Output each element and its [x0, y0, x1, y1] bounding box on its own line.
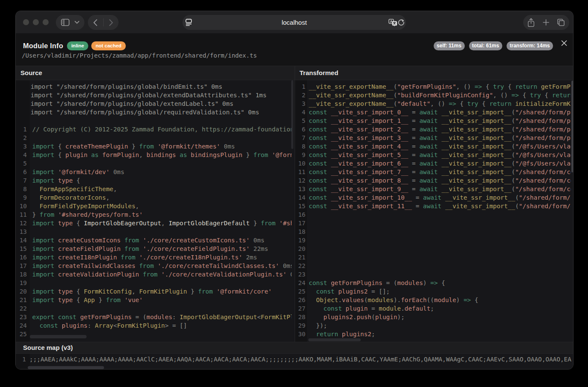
code-line: import "/shared/form/plugins/global/exte… — [16, 99, 292, 108]
code-line: 10const __vite_ssr_import_6__ = await __… — [295, 159, 571, 168]
code-line: 22 — [295, 262, 571, 270]
code-line: 16 — [295, 210, 571, 219]
transformed-horizontal-scrollbar[interactable] — [308, 338, 361, 341]
tab-overview-icon[interactable] — [557, 19, 565, 26]
code-line: 29 }); — [295, 321, 571, 330]
minimize-window-button[interactable] — [33, 19, 39, 25]
self-time-badge: self: 11ms — [434, 41, 465, 50]
inline-badge: inline — [67, 41, 88, 50]
sidebar-toggle-group — [56, 15, 84, 30]
back-icon[interactable] — [93, 19, 97, 26]
code-line: 1// Copyright (C) 2012-2025 Zammad Found… — [16, 125, 292, 134]
transformed-panel: Transformed 1__vite_ssr_exportName__("ge… — [295, 66, 574, 342]
code-line: 27 const plugin = module.default; — [295, 304, 571, 313]
nav-divider — [103, 18, 104, 26]
code-line: 17 — [295, 219, 571, 227]
zoom-window-button[interactable] — [43, 19, 49, 25]
code-line: 8 FormAppSpecificTheme, — [16, 185, 292, 193]
sourcemap-horizontal-scrollbar[interactable] — [28, 366, 104, 369]
code-line: 21import type { App } from 'vue' — [16, 296, 292, 304]
code-line: import "/shared/form/plugins/global/bind… — [16, 82, 292, 91]
code-line: 30 return plugins2; — [295, 330, 571, 338]
code-line: 3__vite_ssr_exportName__("default", () =… — [295, 99, 571, 108]
code-line: 15import createFieldPlugin from './core/… — [16, 244, 292, 253]
code-line: 24const getFormPlugins = (modules) => { — [295, 279, 571, 287]
code-line: 18import createValidationPlugin from './… — [16, 270, 292, 279]
code-line: 16import createI18nPlugin from './core/c… — [16, 253, 292, 262]
sidebar-icon[interactable] — [61, 19, 70, 26]
navigation-buttons — [88, 15, 119, 30]
sourcemap-line: 1 ;;;AAEA;AAAkC;AAAA;AAAA;AAAA;AAClC;AAE… — [16, 355, 573, 364]
code-line: 24 const plugins: Array<FormKitPlugin> =… — [16, 321, 292, 330]
code-line: 3import { createThemePlugin } from '@for… — [16, 142, 292, 151]
transformed-panel-title: Transformed — [295, 66, 574, 80]
desktop-background: localhost — [0, 0, 588, 387]
address-bar[interactable]: localhost — [182, 15, 406, 30]
transformed-code[interactable]: 1__vite_ssr_exportName__("getFormPlugins… — [295, 80, 571, 342]
code-line: 13const __vite_ssr_import_9__ = await __… — [295, 185, 571, 193]
browser-window: localhost — [15, 11, 574, 370]
code-panels: Source import "/shared/form/plugins/glob… — [16, 66, 573, 342]
code-line: 1__vite_ssr_exportName__("getFormPlugins… — [295, 82, 571, 91]
code-line: 11} from '#shared/types/form.ts' — [16, 210, 292, 219]
code-line: 12const __vite_ssr_import_8__ = await __… — [295, 176, 571, 185]
window-controls — [23, 19, 48, 25]
toolbar-actions — [523, 15, 569, 30]
code-line: 7import type { — [16, 176, 292, 185]
new-tab-icon[interactable] — [543, 19, 549, 26]
code-line: 2 — [16, 134, 292, 142]
browser-toolbar: localhost — [16, 11, 573, 33]
code-line: 20 — [295, 244, 571, 253]
code-line: 6import '@formkit/dev' 0ms — [16, 168, 292, 176]
code-line: 8const __vite_ssr_import_4__ = await __v… — [295, 142, 571, 151]
code-line: 15const __vite_ssr_import_11__ = await _… — [295, 202, 571, 210]
close-icon[interactable] — [561, 40, 567, 46]
code-line: 4import { plugin as formPlugin, bindings… — [16, 151, 292, 159]
source-panel-title: Source — [16, 66, 295, 80]
share-icon[interactable] — [528, 18, 534, 27]
code-line: import "/shared/form/plugins/global/exte… — [16, 91, 292, 99]
code-line: 6const __vite_ssr_import_2__ = await __v… — [295, 125, 571, 134]
source-code[interactable]: import "/shared/form/plugins/global/bind… — [16, 80, 292, 342]
code-line: 11const __vite_ssr_import_7__ = await __… — [295, 168, 571, 176]
transform-time-badge: transform: 14ms — [507, 41, 553, 50]
code-line: 21 — [295, 253, 571, 262]
code-line: 14const __vite_ssr_import_10__ = await _… — [295, 193, 571, 202]
code-line: 19 — [16, 279, 292, 287]
sourcemap-mappings: ;;;AAEA;AAAkC;AAAA;AAAA;AAAA;AAClC;AAEA;… — [26, 355, 571, 364]
code-line: 20import type { FormKitConfig, FormKitPl… — [16, 287, 292, 296]
code-line: 5 — [16, 159, 292, 168]
code-line — [16, 116, 292, 125]
page-title: Module Info — [23, 42, 63, 50]
code-line: 25 const plugins2 = []; — [295, 287, 571, 296]
code-line: 23export const getFormPlugins = (modules… — [16, 313, 292, 321]
code-line: 17import createTailwindClasses from './c… — [16, 262, 292, 270]
not-cached-badge: not cached — [91, 41, 126, 50]
code-line: 13 — [16, 227, 292, 236]
close-window-button[interactable] — [23, 19, 29, 25]
total-time-badge: total: 61ms — [469, 41, 502, 50]
forward-icon[interactable] — [109, 19, 113, 26]
code-line: 7const __vite_ssr_import_3__ = await __v… — [295, 134, 571, 142]
source-horizontal-scrollbar[interactable] — [30, 335, 87, 338]
code-line: 4const __vite_ssr_import_0__ = await __v… — [295, 108, 571, 116]
code-line: 26 Object.values(modules).forEach((modul… — [295, 296, 571, 304]
code-line: 12import type { ImportGlobEagerOutput, I… — [16, 219, 292, 227]
code-line: 18 — [295, 227, 571, 236]
source-vertical-scrollbar[interactable] — [291, 80, 293, 149]
sourcemap-section: 1 ;;;AAEA;AAAkC;AAAA;AAAA;AAAA;AAClC;AAE… — [16, 354, 573, 370]
code-line: 23 — [295, 270, 571, 279]
code-line: import "/shared/form/plugins/global/requ… — [16, 108, 292, 116]
code-line: 2__vite_ssr_exportName__("buildFormKitPl… — [295, 91, 571, 99]
code-line: 19 — [295, 236, 571, 244]
code-line: 10 FormFieldTypeImportModules, — [16, 202, 292, 210]
code-line: 5const __vite_ssr_import_1__ = await __v… — [295, 116, 571, 125]
sourcemap-line-number: 1 — [16, 355, 26, 364]
url-text: localhost — [182, 19, 406, 26]
code-line: 9const __vite_ssr_import_5__ = await __v… — [295, 151, 571, 159]
chevron-down-icon[interactable] — [75, 21, 79, 24]
transformed-vertical-scrollbar[interactable] — [571, 81, 573, 172]
module-file-path: /Users/vladimir/Projects/zammad/app/fron… — [22, 52, 257, 59]
module-info-header: Module Info inline not cached self: 11ms… — [16, 33, 573, 66]
code-line: 22 — [16, 304, 292, 313]
